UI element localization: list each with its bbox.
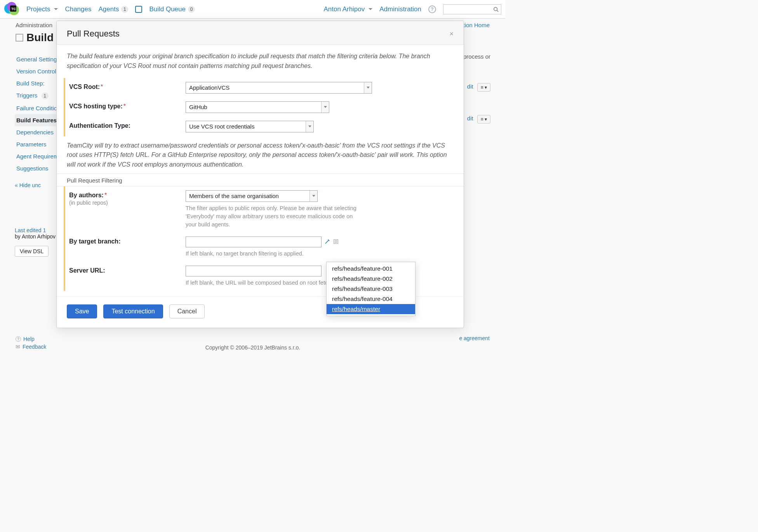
auth-type-label: Authentication Type: — [69, 121, 186, 129]
by-authors-value: Members of the same organisation — [189, 193, 279, 199]
branch-option[interactable]: refs/heads/feature-004 — [327, 294, 415, 304]
nav-build-queue[interactable]: Build Queue 0 — [149, 5, 195, 13]
branch-suggestions-popup: refs/heads/feature-001 refs/heads/featur… — [326, 262, 416, 316]
branch-option[interactable]: refs/heads/feature-003 — [327, 284, 415, 294]
last-edited-ts: Last edited 1 — [15, 227, 46, 233]
top-nav-right: Anton Arhipov Administration ? — [323, 4, 501, 14]
footer-copyright: Copyright © 2006–2019 JetBrains s.r.o. — [205, 344, 301, 351]
by-authors-sublabel: (in public repos) — [69, 200, 186, 206]
project-icon — [16, 34, 23, 42]
by-authors-help: The filter applies to public repos only.… — [186, 204, 364, 229]
target-branch-input[interactable] — [186, 236, 322, 247]
server-url-input[interactable] — [186, 266, 322, 276]
chevron-down-icon — [308, 125, 311, 127]
nav-administration[interactable]: Administration — [379, 5, 421, 13]
footer-feedback-link[interactable]: Feedback — [23, 344, 46, 350]
breadcrumb-left[interactable]: Administration — [16, 22, 52, 28]
row-options-button[interactable]: ≡ ▾ — [477, 115, 490, 123]
svg-text:TC: TC — [11, 7, 16, 11]
hosting-type-label: VCS hosting type:* — [69, 101, 186, 110]
nav-agents[interactable]: Agents 1 — [98, 5, 128, 13]
svg-point-5 — [494, 7, 497, 10]
row-options-button[interactable]: ≡ ▾ — [477, 83, 490, 92]
vcs-root-value: ApplicationVCS — [189, 84, 229, 91]
sidebar-triggers-label: Triggers — [16, 92, 37, 99]
chevron-down-icon — [369, 8, 372, 10]
test-connection-button[interactable]: Test connection — [103, 304, 163, 318]
chevron-down-icon — [54, 8, 58, 10]
branch-option-selected[interactable]: refs/heads/master — [327, 304, 415, 314]
hosting-type-select[interactable]: GitHub — [186, 101, 329, 113]
server-url-label: Server URL: — [69, 266, 186, 274]
filter-section-header: Pull Request Filtering — [57, 174, 464, 186]
nav-changes[interactable]: Changes — [65, 5, 91, 13]
cancel-button[interactable]: Cancel — [169, 304, 205, 318]
dialog-title: Pull Requests — [67, 29, 120, 39]
edit-link[interactable]: dit — [467, 83, 473, 92]
top-nav: TC Projects Changes Agents 1 Build Queue… — [0, 0, 505, 19]
vcs-root-select[interactable]: ApplicationVCS — [186, 82, 372, 94]
list-icon[interactable] — [333, 239, 339, 245]
wand-icon[interactable] — [325, 239, 330, 245]
mail-icon: ✉ — [16, 344, 20, 350]
triggers-count-badge: 1 — [42, 92, 49, 99]
branch-option[interactable]: refs/heads/feature-002 — [327, 274, 415, 284]
target-branch-label: By target branch: — [69, 236, 186, 245]
auth-type-value: Use VCS root credentials — [189, 123, 254, 130]
help-icon[interactable]: ? — [428, 5, 436, 13]
agents-count-badge: 1 — [121, 6, 128, 13]
view-dsl-button[interactable]: View DSL — [15, 246, 49, 257]
nav-build-queue-label: Build Queue — [149, 5, 186, 13]
by-authors-label: By authors:* (in public repos) — [69, 190, 186, 206]
nav-user-label: Anton Arhipov — [323, 5, 365, 13]
hosting-type-value: GitHub — [189, 104, 207, 110]
nav-square-icon[interactable] — [135, 6, 142, 13]
help-icon: ? — [16, 336, 21, 342]
auth-note: TeamCity will try to extract username/pa… — [64, 141, 454, 170]
nav-projects-label: Projects — [26, 5, 50, 13]
chevron-down-icon — [312, 195, 315, 197]
target-branch-help: If left blank, no target branch filterin… — [186, 250, 364, 258]
search-input[interactable] — [443, 4, 501, 14]
footer-agreement-link[interactable]: e agreement — [459, 335, 490, 341]
nav-user[interactable]: Anton Arhipov — [323, 5, 372, 13]
nav-agents-label: Agents — [98, 5, 119, 13]
chevron-down-icon — [367, 87, 370, 89]
nav-projects[interactable]: Projects — [26, 5, 58, 13]
queue-count-badge: 0 — [188, 6, 195, 13]
save-button[interactable]: Save — [67, 304, 97, 318]
search-icon — [493, 7, 499, 12]
chevron-down-icon — [324, 106, 327, 108]
footer: ? Help ✉ Feedback Copyright © 2006–2019 … — [16, 335, 490, 351]
footer-help-link[interactable]: Help — [23, 336, 35, 342]
close-icon[interactable]: × — [449, 30, 454, 38]
page-title-text: Build — [26, 31, 54, 44]
dialog-header: Pull Requests × — [57, 21, 464, 45]
dialog-description: The build feature extends your original … — [64, 52, 454, 71]
vcs-root-label: VCS Root:* — [69, 82, 186, 90]
teamcity-logo: TC — [4, 2, 19, 17]
form-section-vcs: VCS Root:* ApplicationVCS VCS hosting ty… — [64, 78, 454, 136]
auth-type-select[interactable]: Use VCS root credentials — [186, 121, 314, 132]
edit-link[interactable]: dit — [467, 115, 473, 123]
by-authors-select[interactable]: Members of the same organisation — [186, 190, 318, 202]
branch-option[interactable]: refs/heads/feature-001 — [327, 264, 415, 274]
svg-line-6 — [497, 10, 499, 12]
